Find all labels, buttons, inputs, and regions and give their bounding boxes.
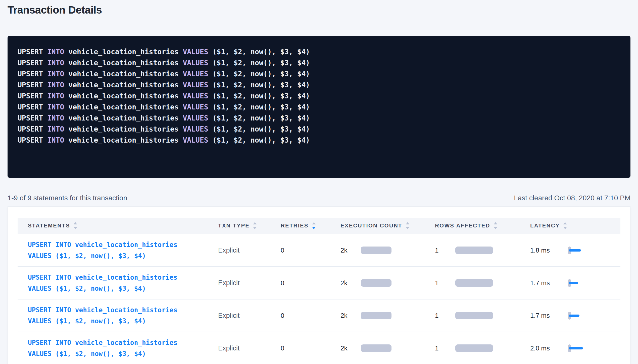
sort-up-icon[interactable] bbox=[494, 222, 497, 224]
sort-arrows-icon[interactable] bbox=[563, 222, 567, 229]
latency-bar-chart bbox=[568, 247, 581, 254]
sql-token-plain: ($1, $2, now(), $3, $4) bbox=[208, 92, 310, 100]
sql-statement-line: UPSERT INTO vehicle_location_histories V… bbox=[18, 46, 620, 57]
statements-table-card: STATEMENTS TXN TYPE RETRIES EXECUTION CO… bbox=[8, 207, 630, 364]
statement-link[interactable]: UPSERT INTO vehicle_location_histories V… bbox=[28, 305, 218, 327]
sort-arrows-icon[interactable] bbox=[406, 222, 409, 229]
latency-bar-chart bbox=[568, 279, 578, 287]
sql-code-block: UPSERT INTO vehicle_location_histories V… bbox=[8, 36, 630, 178]
retries-cell: 0 bbox=[281, 279, 340, 287]
rows-affected-cell: 1 bbox=[435, 312, 530, 320]
sort-down-icon[interactable] bbox=[406, 227, 409, 229]
column-header-label: TXN TYPE bbox=[218, 222, 250, 229]
sort-down-icon[interactable] bbox=[563, 227, 567, 229]
sql-token-keyword: INTO bbox=[47, 59, 64, 67]
sort-arrows-icon[interactable] bbox=[312, 222, 316, 229]
txn-type-cell: Explicit bbox=[218, 312, 281, 320]
statement-cell: UPSERT INTO vehicle_location_histories V… bbox=[18, 239, 218, 261]
execution-count-cell: 2k bbox=[340, 247, 435, 254]
sort-arrows-icon[interactable] bbox=[253, 222, 257, 229]
sort-up-icon[interactable] bbox=[563, 222, 567, 224]
table-header-row: STATEMENTS TXN TYPE RETRIES EXECUTION CO… bbox=[18, 218, 620, 234]
statement-line-2: VALUES ($1, $2, now(), $3, $4) bbox=[28, 250, 218, 261]
column-header-retries[interactable]: RETRIES bbox=[281, 222, 340, 229]
statement-line-1: UPSERT INTO vehicle_location_histories bbox=[28, 239, 218, 250]
rows-affected-cell: 1 bbox=[435, 279, 530, 287]
sort-up-icon[interactable] bbox=[406, 222, 409, 224]
sql-token-plain: vehicle_location_histories bbox=[64, 81, 183, 89]
sql-statement-line: UPSERT INTO vehicle_location_histories V… bbox=[18, 57, 620, 69]
transaction-details-page: Transaction Details UPSERT INTO vehicle_… bbox=[0, 0, 638, 364]
sql-token-keyword: VALUES bbox=[183, 103, 208, 111]
rows-affected-value: 1 bbox=[435, 247, 455, 254]
rows-affected-value: 1 bbox=[435, 344, 455, 352]
summary-bar: 1-9 of 9 statements for this transaction… bbox=[8, 194, 630, 202]
column-header-latency[interactable]: LATENCY bbox=[530, 222, 621, 229]
sql-token-keyword: INTO bbox=[47, 81, 64, 89]
sql-token-plain: UPSERT bbox=[18, 70, 47, 78]
sort-up-icon[interactable] bbox=[253, 222, 257, 224]
column-header-execution-count[interactable]: EXECUTION COUNT bbox=[340, 222, 435, 229]
sql-token-keyword: INTO bbox=[47, 48, 64, 56]
execution-count-cell: 2k bbox=[340, 279, 435, 287]
sql-token-keyword: VALUES bbox=[183, 70, 208, 78]
sql-token-plain: UPSERT bbox=[18, 136, 47, 144]
sql-token-plain: vehicle_location_histories bbox=[64, 92, 183, 100]
sql-token-keyword: VALUES bbox=[183, 81, 208, 89]
statement-cell: UPSERT INTO vehicle_location_histories V… bbox=[18, 305, 218, 327]
sql-token-keyword: VALUES bbox=[183, 59, 208, 67]
column-header-txn-type[interactable]: TXN TYPE bbox=[218, 222, 281, 229]
sql-token-plain: UPSERT bbox=[18, 125, 47, 133]
sort-up-icon[interactable] bbox=[74, 222, 77, 224]
execution-count-bar bbox=[361, 344, 391, 352]
statement-link[interactable]: UPSERT INTO vehicle_location_histories V… bbox=[28, 272, 218, 294]
sql-token-plain: vehicle_location_histories bbox=[64, 48, 183, 56]
column-header-statements[interactable]: STATEMENTS bbox=[18, 222, 218, 229]
statements-summary: 1-9 of 9 statements for this transaction bbox=[8, 194, 127, 202]
statement-line-2: VALUES ($1, $2, now(), $3, $4) bbox=[28, 316, 218, 327]
sql-token-plain: ($1, $2, now(), $3, $4) bbox=[208, 125, 310, 133]
rows-affected-cell: 1 bbox=[435, 247, 530, 254]
sort-up-icon[interactable] bbox=[312, 222, 316, 224]
sql-statement-line: UPSERT INTO vehicle_location_histories V… bbox=[18, 69, 620, 80]
sort-down-icon[interactable] bbox=[312, 227, 316, 229]
sort-arrows-icon[interactable] bbox=[494, 222, 497, 229]
statement-link[interactable]: UPSERT INTO vehicle_location_histories V… bbox=[28, 239, 218, 261]
column-header-label: EXECUTION COUNT bbox=[340, 222, 402, 229]
sort-down-icon[interactable] bbox=[253, 227, 257, 229]
rows-affected-cell: 1 bbox=[435, 344, 530, 352]
sql-token-plain: UPSERT bbox=[18, 48, 47, 56]
statement-line-1: UPSERT INTO vehicle_location_histories bbox=[28, 337, 218, 348]
sql-statement-line: UPSERT INTO vehicle_location_histories V… bbox=[18, 80, 620, 91]
last-cleared-label: Last cleared Oct 08, 2020 at 7:10 PM bbox=[514, 194, 630, 202]
statement-link[interactable]: UPSERT INTO vehicle_location_histories V… bbox=[28, 337, 218, 359]
execution-count-value: 2k bbox=[340, 312, 361, 320]
sql-token-plain: vehicle_location_histories bbox=[64, 59, 183, 67]
sort-arrows-icon[interactable] bbox=[74, 222, 77, 229]
statement-cell: UPSERT INTO vehicle_location_histories V… bbox=[18, 272, 218, 294]
sort-down-icon[interactable] bbox=[494, 227, 497, 229]
rows-affected-bar bbox=[455, 279, 493, 287]
column-header-rows-affected[interactable]: ROWS AFFECTED bbox=[435, 222, 530, 229]
sql-token-plain: vehicle_location_histories bbox=[64, 125, 183, 133]
page-title: Transaction Details bbox=[8, 4, 630, 17]
sql-token-plain: vehicle_location_histories bbox=[64, 70, 183, 78]
retries-cell: 0 bbox=[281, 344, 340, 352]
sql-token-keyword: VALUES bbox=[183, 125, 208, 133]
latency-value: 1.7 ms bbox=[530, 312, 568, 320]
latency-bar-chart bbox=[568, 312, 579, 320]
sort-down-icon[interactable] bbox=[74, 227, 77, 229]
sql-token-plain: vehicle_location_histories bbox=[64, 103, 183, 111]
sql-token-keyword: VALUES bbox=[183, 136, 208, 144]
column-header-label: ROWS AFFECTED bbox=[435, 222, 490, 229]
txn-type-cell: Explicit bbox=[218, 344, 281, 352]
table-row: UPSERT INTO vehicle_location_histories V… bbox=[18, 267, 620, 299]
sql-token-plain: ($1, $2, now(), $3, $4) bbox=[208, 70, 310, 78]
sql-token-plain: ($1, $2, now(), $3, $4) bbox=[208, 48, 310, 56]
sql-token-keyword: VALUES bbox=[183, 114, 208, 122]
rows-affected-value: 1 bbox=[435, 312, 455, 320]
execution-count-value: 2k bbox=[340, 247, 361, 254]
sql-token-keyword: VALUES bbox=[183, 48, 208, 56]
sql-token-plain: ($1, $2, now(), $3, $4) bbox=[208, 136, 310, 144]
sql-token-keyword: INTO bbox=[47, 125, 64, 133]
